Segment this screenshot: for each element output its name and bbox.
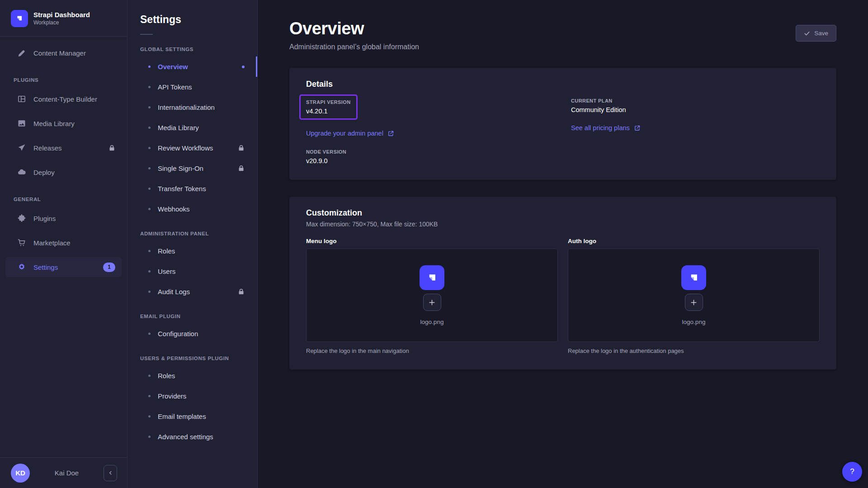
auth-logo-upload-box[interactable]: logo.png	[568, 249, 820, 342]
sidebar-item-label: Content-Type Builder	[33, 95, 97, 103]
menu-logo-caption: Replace the logo in the main navigation	[306, 347, 558, 354]
strapi-version-label: STRAPI VERSION	[306, 99, 351, 105]
strapi-version-value: v4.20.1	[306, 108, 351, 115]
sidebar-item-releases[interactable]: Releases	[5, 138, 122, 158]
add-auth-logo-button[interactable]	[685, 294, 703, 311]
pricing-plans-link[interactable]: See all pricing plans	[571, 124, 641, 131]
subnav-section-email-plugin: EMAIL PLUGIN	[127, 302, 257, 324]
layout-icon	[17, 94, 26, 103]
subnav-item-admin-roles[interactable]: Roles	[127, 241, 257, 261]
subnav-item-email-configuration[interactable]: Configuration	[127, 324, 257, 344]
main-sidebar: Strapi Dashboard Workplace Content Manag…	[0, 0, 127, 488]
subnav-item-label: Overview	[158, 63, 188, 70]
bullet-icon	[148, 375, 151, 377]
add-menu-logo-button[interactable]	[423, 294, 441, 311]
subnav-header: Settings	[127, 0, 257, 35]
sidebar-item-deploy[interactable]: Deploy	[5, 162, 122, 182]
collapse-sidebar-button[interactable]	[104, 465, 117, 481]
sidebar-item-settings[interactable]: Settings 1	[5, 257, 122, 277]
sidebar-item-label: Deploy	[33, 169, 55, 176]
sidebar-nav: Content Manager PLUGINS Content-Type Bui…	[0, 37, 127, 282]
lock-icon	[238, 165, 245, 172]
sidebar-item-label: Releases	[33, 144, 62, 152]
auth-logo-filename: logo.png	[682, 319, 706, 325]
logo-grid: Menu logo logo	[306, 238, 820, 354]
save-button[interactable]: Save	[796, 25, 836, 42]
user-name: Kai Doe	[30, 469, 104, 477]
details-right-column: CURRENT PLAN Community Edition See all p…	[571, 98, 820, 164]
subnav-item-internationalization[interactable]: Internationalization	[127, 97, 257, 117]
subnav-item-providers[interactable]: Providers	[127, 386, 257, 406]
current-plan-label: CURRENT PLAN	[571, 98, 820, 103]
subnav-item-label: Review Workflows	[158, 144, 213, 152]
paper-plane-icon	[17, 143, 26, 152]
current-plan-field: CURRENT PLAN Community Edition	[571, 98, 820, 113]
active-indicator-bar	[256, 56, 257, 77]
subnav-item-label: Media Library	[158, 124, 199, 131]
sidebar-item-media-library[interactable]: Media Library	[5, 113, 122, 133]
subnav-item-admin-users[interactable]: Users	[127, 261, 257, 282]
bullet-icon	[148, 270, 151, 272]
gear-icon	[17, 263, 26, 272]
strapi-version-highlight: STRAPI VERSION v4.20.1	[299, 94, 358, 120]
subnav-item-advanced-settings[interactable]: Advanced settings	[127, 427, 257, 447]
subnav-item-label: Users	[158, 267, 175, 275]
node-version-field: NODE VERSION v20.9.0	[306, 149, 555, 164]
subnav-item-label: API Tokens	[158, 83, 192, 91]
subnav-item-label: Email templates	[158, 413, 206, 420]
subnav-item-label: Webhooks	[158, 205, 190, 213]
sidebar-footer: KD Kai Doe	[0, 457, 127, 488]
subnav-item-audit-logs[interactable]: Audit Logs	[127, 282, 257, 302]
help-button[interactable]: ?	[842, 462, 862, 482]
sidebar-item-label: Settings	[33, 263, 58, 271]
sidebar-item-content-manager[interactable]: Content Manager	[5, 43, 122, 63]
subnav-item-up-roles[interactable]: Roles	[127, 366, 257, 386]
subnav-item-label: Single Sign-On	[158, 164, 203, 172]
sidebar-item-content-type-builder[interactable]: Content-Type Builder	[5, 89, 122, 109]
subnav-item-api-tokens[interactable]: API Tokens	[127, 77, 257, 97]
external-link-icon	[387, 130, 394, 137]
subnav-item-media-library[interactable]: Media Library	[127, 117, 257, 138]
avatar[interactable]: KD	[11, 464, 30, 483]
subnav-item-label: Configuration	[158, 330, 198, 338]
upgrade-admin-panel-link[interactable]: Upgrade your admin panel	[306, 130, 394, 137]
sidebar-item-marketplace[interactable]: Marketplace	[5, 233, 122, 253]
workspace-brand[interactable]: Strapi Dashboard Workplace	[0, 0, 127, 36]
settings-subnav: Settings GLOBAL SETTINGS Overview API To…	[127, 0, 258, 488]
page-header-text: Overview Administration panel’s global i…	[289, 19, 419, 51]
bullet-icon	[148, 415, 151, 418]
sidebar-item-label: Content Manager	[33, 49, 86, 57]
bullet-icon	[148, 208, 151, 210]
page-title: Overview	[289, 19, 419, 38]
customization-title: Customization	[306, 208, 820, 218]
sidebar-item-label: Media Library	[33, 120, 75, 127]
bullet-icon	[148, 395, 151, 397]
cloud-icon	[17, 168, 26, 177]
auth-logo-caption: Replace the logo in the authentication p…	[568, 347, 820, 354]
workspace-subtitle: Workplace	[33, 19, 90, 26]
bullet-icon	[148, 86, 151, 88]
subnav-item-single-sign-on[interactable]: Single Sign-On	[127, 158, 257, 178]
subnav-item-email-templates[interactable]: Email templates	[127, 406, 257, 427]
subnav-item-label: Audit Logs	[158, 288, 190, 296]
subnav-item-label: Advanced settings	[158, 433, 213, 441]
subnav-item-transfer-tokens[interactable]: Transfer Tokens	[127, 178, 257, 199]
bullet-icon	[148, 167, 151, 169]
subnav-item-overview[interactable]: Overview	[127, 56, 257, 77]
page-subtitle: Administration panel’s global informatio…	[289, 43, 419, 51]
save-button-label: Save	[814, 30, 828, 37]
bullet-icon	[148, 147, 151, 149]
details-title: Details	[306, 80, 820, 89]
settings-notification-badge: 1	[103, 263, 115, 272]
subnav-item-webhooks[interactable]: Webhooks	[127, 199, 257, 219]
node-version-label: NODE VERSION	[306, 149, 555, 155]
pricing-link-label: See all pricing plans	[571, 124, 630, 131]
sidebar-item-plugins[interactable]: Plugins	[5, 208, 122, 228]
subnav-item-review-workflows[interactable]: Review Workflows	[127, 138, 257, 158]
menu-logo-upload-box[interactable]: logo.png	[306, 249, 558, 342]
subnav-item-label: Internationalization	[158, 103, 215, 111]
auth-logo-column: Auth logo logo	[568, 238, 820, 354]
details-left-column: STRAPI VERSION v4.20.1 Upgrade your admi…	[306, 98, 555, 164]
bullet-icon	[148, 188, 151, 190]
menu-logo-label: Menu logo	[306, 238, 558, 244]
